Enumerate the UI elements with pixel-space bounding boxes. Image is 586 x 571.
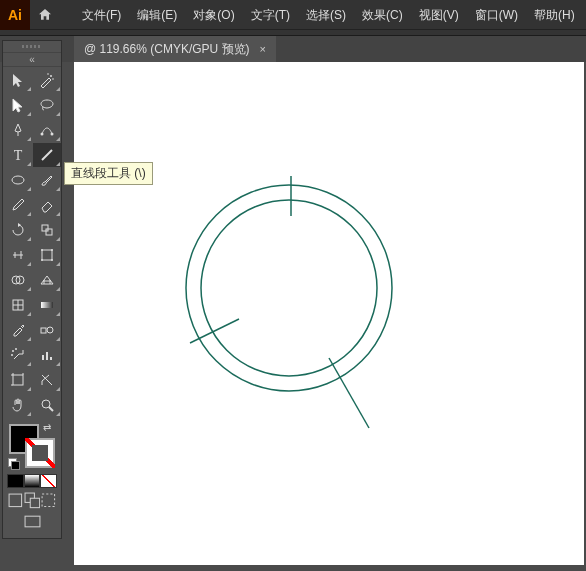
color-mode-solid[interactable] [7, 474, 24, 488]
type-tool[interactable]: T [4, 143, 32, 167]
tool-tooltip: 直线段工具 (\) [64, 162, 153, 185]
curvature-tool[interactable] [33, 118, 61, 142]
pen-tool[interactable] [4, 118, 32, 142]
rotate-tool[interactable] [4, 218, 32, 242]
width-tool[interactable] [4, 243, 32, 267]
menu-type[interactable]: 文字(T) [243, 0, 298, 30]
screen-mode-button[interactable] [24, 513, 41, 530]
svg-rect-32 [30, 498, 39, 507]
svg-rect-33 [42, 494, 55, 507]
svg-line-38 [190, 319, 239, 343]
menu-view[interactable]: 视图(V) [411, 0, 467, 30]
close-tab-icon[interactable]: × [260, 43, 266, 55]
default-fill-stroke-icon[interactable] [8, 458, 18, 468]
svg-rect-19 [41, 328, 46, 333]
zoom-tool[interactable] [33, 393, 61, 417]
svg-point-20 [47, 327, 53, 333]
swap-fill-stroke-icon[interactable]: ⇄ [43, 422, 51, 433]
shape-builder-tool[interactable] [4, 268, 32, 292]
magic-wand-tool[interactable] [33, 68, 61, 92]
svg-rect-27 [13, 375, 23, 385]
svg-rect-25 [46, 352, 48, 360]
svg-point-21 [12, 350, 14, 352]
svg-point-1 [52, 78, 54, 80]
panel-collapse-icon[interactable]: « [3, 53, 61, 67]
svg-rect-30 [9, 494, 22, 507]
svg-point-7 [12, 176, 24, 184]
svg-rect-18 [41, 302, 53, 308]
menu-file[interactable]: 文件(F) [74, 0, 129, 30]
canvas-border-bottom [74, 565, 584, 569]
home-icon[interactable] [30, 0, 60, 30]
artwork-content [74, 62, 584, 569]
menu-effect[interactable]: 效果(C) [354, 0, 411, 30]
slice-tool[interactable] [33, 368, 61, 392]
svg-point-13 [41, 259, 43, 261]
svg-rect-10 [42, 250, 52, 260]
tools-panel: « T ⇄ [2, 40, 62, 539]
mesh-tool[interactable] [4, 293, 32, 317]
svg-point-23 [11, 354, 13, 356]
stroke-swatch[interactable] [25, 438, 55, 468]
gradient-tool[interactable] [33, 293, 61, 317]
svg-line-29 [49, 407, 53, 411]
column-graph-tool[interactable] [33, 343, 61, 367]
app-topbar: Ai 文件(F) 编辑(E) 对象(O) 文字(T) 选择(S) 效果(C) 视… [0, 0, 586, 30]
menu-window[interactable]: 窗口(W) [467, 0, 526, 30]
color-mode-row [3, 474, 61, 488]
ellipse-tool[interactable] [4, 168, 32, 192]
svg-rect-24 [42, 355, 44, 360]
svg-point-14 [51, 259, 53, 261]
svg-point-3 [40, 133, 43, 136]
svg-rect-34 [25, 516, 40, 527]
pencil-tool[interactable] [4, 193, 32, 217]
svg-point-12 [51, 249, 53, 251]
svg-rect-8 [42, 225, 48, 231]
svg-line-39 [329, 358, 369, 428]
scale-tool[interactable] [33, 218, 61, 242]
canvas[interactable] [74, 62, 584, 569]
svg-rect-9 [46, 229, 52, 235]
document-tab-bar: @ 119.66% (CMYK/GPU 预览) × [0, 36, 586, 62]
paintbrush-tool[interactable] [33, 168, 61, 192]
svg-point-4 [50, 133, 53, 136]
svg-line-6 [42, 150, 52, 160]
menu-edit[interactable]: 编辑(E) [129, 0, 185, 30]
perspective-grid-tool[interactable] [33, 268, 61, 292]
draw-screen-mode-row [3, 488, 61, 509]
svg-point-11 [41, 249, 43, 251]
svg-point-2 [47, 73, 49, 75]
menu-help[interactable]: 帮助(H) [526, 0, 583, 30]
draw-inside-icon[interactable] [40, 492, 57, 509]
color-mode-none[interactable] [40, 474, 57, 488]
symbol-sprayer-tool[interactable] [4, 343, 32, 367]
document-tab[interactable]: @ 119.66% (CMYK/GPU 预览) × [74, 36, 276, 62]
direct-selection-tool[interactable] [4, 93, 32, 117]
svg-point-0 [50, 75, 52, 77]
svg-point-28 [42, 400, 50, 408]
eraser-tool[interactable] [33, 193, 61, 217]
main-menu: 文件(F) 编辑(E) 对象(O) 文字(T) 选择(S) 效果(C) 视图(V… [74, 0, 583, 30]
draw-normal-icon[interactable] [7, 492, 24, 509]
svg-point-22 [15, 348, 17, 350]
panel-grip[interactable] [3, 41, 61, 53]
eyedropper-tool[interactable] [4, 318, 32, 342]
draw-behind-icon[interactable] [24, 492, 41, 509]
free-transform-tool[interactable] [33, 243, 61, 267]
line-segment-tool[interactable] [33, 143, 61, 167]
artboard-tool[interactable] [4, 368, 32, 392]
document-tab-label: @ 119.66% (CMYK/GPU 预览) [84, 41, 250, 58]
color-mode-gradient[interactable] [24, 474, 41, 488]
svg-rect-26 [50, 357, 52, 360]
app-logo: Ai [0, 0, 30, 30]
hand-tool[interactable] [4, 393, 32, 417]
selection-tool[interactable] [4, 68, 32, 92]
menu-object[interactable]: 对象(O) [185, 0, 242, 30]
svg-text:T: T [13, 148, 22, 163]
screen-mode-row [3, 509, 61, 530]
blend-tool[interactable] [33, 318, 61, 342]
lasso-tool[interactable] [33, 93, 61, 117]
menu-select[interactable]: 选择(S) [298, 0, 354, 30]
svg-point-35 [186, 185, 392, 391]
fill-stroke-swatch[interactable]: ⇄ [3, 422, 61, 472]
